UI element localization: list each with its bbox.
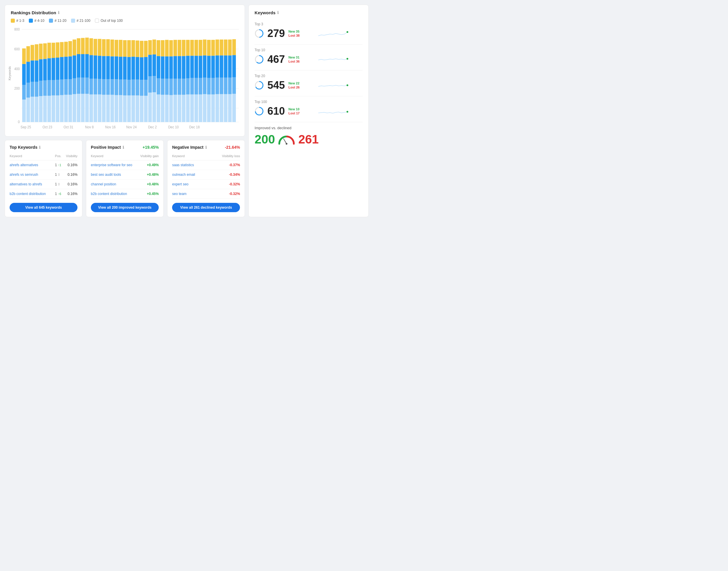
svg-rect-18 bbox=[26, 46, 30, 62]
svg-rect-115 bbox=[131, 96, 135, 122]
improved-declined-label: Improved vs. declined bbox=[255, 126, 363, 130]
keyword-link[interactable]: alternatives to ahrefs bbox=[10, 182, 42, 186]
loss-cell: -0.32% bbox=[210, 189, 240, 199]
keyword-link[interactable]: ahrefs alternatives bbox=[10, 163, 38, 167]
pos-cell: 1 0 bbox=[55, 173, 63, 177]
visibility-cell: 0.16% bbox=[63, 160, 78, 170]
rankings-chart: Keywords 800 600 400 200 0 bbox=[11, 26, 239, 131]
legend-label-out: Out of top 100 bbox=[100, 19, 122, 23]
keyword-link[interactable]: b2b content distribution bbox=[10, 192, 46, 196]
top-keywords-info-icon[interactable]: ℹ bbox=[39, 145, 40, 149]
kw-row-top10: Top 10 467 New 31 Lost 36 bbox=[255, 44, 363, 71]
keyword-link[interactable]: enterprise software for seo bbox=[91, 163, 132, 167]
svg-rect-107 bbox=[123, 96, 126, 122]
kw-value-top20: 545 bbox=[267, 79, 285, 91]
svg-rect-94 bbox=[106, 39, 110, 56]
table-row: alternatives to ahrefs 1 0 0.16% bbox=[10, 180, 78, 189]
keywords-info-icon[interactable]: ℹ bbox=[277, 10, 279, 15]
keyword-link[interactable]: expert seo bbox=[172, 182, 188, 186]
sparkline-top100 bbox=[303, 105, 363, 117]
keyword-link[interactable]: best seo audit tools bbox=[91, 173, 121, 177]
svg-rect-123 bbox=[140, 96, 143, 122]
svg-rect-202 bbox=[219, 39, 223, 55]
svg-rect-124 bbox=[140, 80, 143, 96]
svg-rect-196 bbox=[215, 78, 219, 94]
svg-rect-101 bbox=[115, 56, 118, 80]
svg-text:Nov 24: Nov 24 bbox=[126, 125, 136, 129]
kw-label-top100: Top 100 bbox=[255, 100, 363, 104]
svg-rect-158 bbox=[174, 40, 177, 56]
legend-4-10: # 4-10 bbox=[29, 19, 44, 23]
kw-new-top10: New 31 bbox=[288, 55, 299, 59]
svg-rect-188 bbox=[207, 78, 210, 95]
kw-main-top10: 467 New 31 Lost 36 bbox=[255, 53, 363, 66]
svg-rect-31 bbox=[43, 96, 47, 122]
rankings-info-icon[interactable]: ℹ bbox=[58, 10, 60, 15]
kw-row-top20: Top 20 545 New 22 Lost 26 bbox=[255, 71, 363, 96]
svg-rect-42 bbox=[52, 43, 55, 58]
svg-rect-19 bbox=[30, 97, 34, 122]
legend-11-20: # 11-20 bbox=[49, 19, 66, 23]
svg-rect-102 bbox=[115, 40, 118, 56]
negative-impact-info-icon[interactable]: ℹ bbox=[205, 145, 207, 149]
svg-rect-181 bbox=[199, 55, 202, 78]
keyword-link[interactable]: b2b content distribution bbox=[91, 192, 127, 196]
th-pos: Pos. bbox=[55, 153, 63, 160]
positive-impact-title-text: Positive Impact bbox=[91, 145, 121, 149]
svg-rect-145 bbox=[161, 56, 164, 79]
svg-rect-131 bbox=[148, 93, 152, 122]
svg-rect-24 bbox=[35, 82, 38, 97]
svg-rect-192 bbox=[211, 78, 215, 95]
keyword-link[interactable]: ahrefs vs semrush bbox=[10, 173, 38, 177]
svg-rect-32 bbox=[43, 81, 47, 96]
legend-1-3: # 1-3 bbox=[11, 19, 24, 23]
keyword-link[interactable]: seo team bbox=[172, 192, 186, 196]
svg-rect-57 bbox=[69, 56, 72, 80]
svg-rect-152 bbox=[169, 79, 173, 95]
table-row: ahrefs alternatives 1 ↑1 0.16% bbox=[10, 160, 78, 170]
svg-rect-106 bbox=[119, 40, 122, 57]
circle-icon-top20 bbox=[255, 81, 264, 90]
kw-lost-top20: Lost 26 bbox=[288, 86, 300, 89]
svg-rect-190 bbox=[207, 40, 210, 56]
svg-rect-201 bbox=[219, 55, 223, 78]
kw-main-top3: 279 New 35 Lost 38 bbox=[255, 27, 363, 39]
keyword-link[interactable]: channel position bbox=[91, 182, 116, 186]
svg-rect-162 bbox=[178, 40, 181, 56]
svg-rect-52 bbox=[64, 79, 68, 95]
svg-text:Nov 16: Nov 16 bbox=[105, 125, 116, 129]
pos-cell: 1 0 bbox=[55, 182, 63, 186]
svg-rect-214 bbox=[233, 39, 236, 55]
svg-rect-108 bbox=[123, 80, 126, 96]
circle-icon-top100 bbox=[255, 107, 264, 116]
sparkline-top20 bbox=[303, 80, 363, 91]
view-declined-keywords-button[interactable]: View all 261 declined keywords bbox=[172, 203, 240, 212]
loss-cell: -0.32% bbox=[210, 180, 240, 189]
legend-out-top100: Out of top 100 bbox=[95, 19, 122, 23]
table-row: ahrefs vs semrush 1 0 0.16% bbox=[10, 170, 78, 180]
keyword-link[interactable]: saas statistics bbox=[172, 163, 194, 167]
svg-rect-119 bbox=[136, 96, 139, 122]
gain-cell: +0.48% bbox=[138, 180, 159, 189]
keyword-link[interactable]: outreach email bbox=[172, 173, 195, 177]
kw-lost-top10: Lost 36 bbox=[288, 60, 300, 63]
view-all-keywords-button[interactable]: View all 645 keywords bbox=[10, 203, 78, 212]
view-improved-keywords-button[interactable]: View all 200 improved keywords bbox=[91, 203, 159, 212]
svg-rect-157 bbox=[174, 56, 177, 79]
svg-rect-161 bbox=[178, 56, 181, 79]
svg-rect-17 bbox=[26, 62, 30, 83]
kw-new-lost-top10: New 31 Lost 36 bbox=[288, 55, 300, 63]
legend-label-11-20: # 11-20 bbox=[55, 19, 66, 23]
kw-new-top100: New 10 bbox=[288, 107, 299, 111]
th-pos-keyword: Keyword bbox=[91, 153, 138, 160]
rankings-title: Rankings Distribution ℹ bbox=[11, 10, 239, 15]
svg-rect-58 bbox=[69, 41, 72, 56]
svg-rect-138 bbox=[152, 39, 156, 54]
svg-rect-139 bbox=[157, 95, 160, 122]
svg-rect-116 bbox=[131, 80, 135, 96]
svg-rect-126 bbox=[140, 41, 143, 57]
kw-label-top10: Top 10 bbox=[255, 48, 363, 52]
svg-rect-187 bbox=[207, 95, 210, 122]
positive-impact-info-icon[interactable]: ℹ bbox=[122, 145, 124, 149]
svg-rect-206 bbox=[224, 39, 227, 55]
